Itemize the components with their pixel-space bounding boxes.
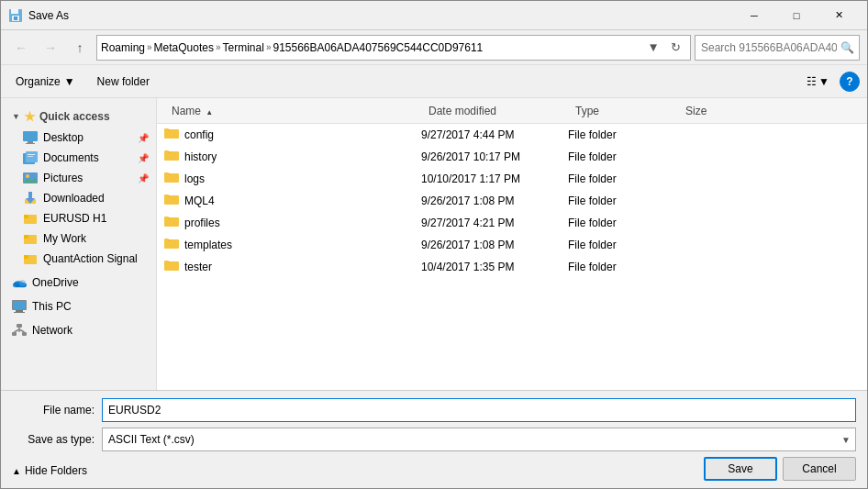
- view-arrow: ▼: [818, 75, 829, 88]
- file-date-cell: 10/4/2017 1:35 PM: [421, 261, 568, 273]
- table-row[interactable]: logs 10/10/2017 1:17 PM File folder: [157, 168, 867, 190]
- onedrive-icon: [12, 275, 27, 290]
- svg-rect-48: [164, 194, 169, 197]
- maximize-button[interactable]: □: [775, 3, 818, 28]
- svg-rect-6: [26, 143, 35, 144]
- file-name-text: MQL4: [184, 194, 215, 207]
- savetype-select[interactable]: ASCII Text (*.csv) CSV (*.csv) All Files…: [102, 428, 856, 451]
- sidebar-item-eurusd[interactable]: EURUSD H1: [1, 208, 156, 228]
- mywork-label: My Work: [43, 232, 86, 245]
- svg-point-12: [26, 174, 29, 178]
- mywork-icon: [23, 231, 38, 246]
- quick-access-header[interactable]: ▼ ★ Quick access: [1, 106, 156, 128]
- svg-rect-5: [28, 141, 33, 143]
- title-bar-title: Save As: [28, 9, 69, 22]
- toolbar: Organize ▼ New folder ☷ ▼ ?: [1, 65, 867, 98]
- view-button[interactable]: ☷ ▼: [800, 72, 836, 91]
- up-button[interactable]: ↑: [67, 35, 93, 61]
- organize-button[interactable]: Organize ▼: [8, 72, 83, 92]
- thispc-icon: [12, 299, 27, 314]
- sidebar-item-pictures[interactable]: Pictures 📌: [1, 168, 156, 188]
- table-row[interactable]: profiles 9/27/2017 4:21 PM File folder: [157, 212, 867, 234]
- minimize-button[interactable]: ─: [733, 3, 775, 28]
- svg-rect-45: [164, 172, 169, 175]
- quick-access-label: Quick access: [39, 110, 110, 123]
- folder-icon: [164, 259, 179, 274]
- cancel-button[interactable]: Cancel: [783, 457, 856, 481]
- network-section: Network: [1, 320, 156, 340]
- folder-icon: [164, 193, 179, 208]
- help-button[interactable]: ?: [840, 72, 860, 92]
- breadcrumb-metaquotes[interactable]: MetaQuotes: [154, 41, 214, 54]
- folder-icon: [164, 127, 179, 142]
- col-header-name[interactable]: Name ▲: [164, 101, 421, 121]
- svg-rect-22: [24, 255, 28, 259]
- breadcrumb: Roaming » MetaQuotes » Terminal » 915566…: [101, 41, 642, 54]
- file-name-text: config: [184, 128, 214, 141]
- file-date-cell: 9/26/2017 1:08 PM: [421, 194, 568, 207]
- refresh-button[interactable]: ↻: [664, 37, 686, 59]
- sidebar-item-quantaction[interactable]: QuantAction Signal: [1, 249, 156, 269]
- svg-rect-10: [28, 156, 33, 157]
- file-name-text: tester: [184, 261, 212, 273]
- file-date-cell: 9/26/2017 1:08 PM: [421, 239, 568, 251]
- organize-arrow: ▼: [64, 75, 75, 88]
- sidebar-item-thispc[interactable]: This PC: [1, 296, 156, 317]
- hide-folders-button[interactable]: ▲ Hide Folders: [12, 462, 87, 479]
- file-name-cell: history: [164, 149, 421, 164]
- desktop-label: Desktop: [43, 131, 83, 144]
- folder-icon: [164, 237, 179, 252]
- quick-access-section: ▼ ★ Quick access Desktop 📌 Documents: [1, 106, 156, 269]
- network-label: Network: [32, 324, 72, 337]
- breadcrumb-id[interactable]: 915566BA06ADA407569C544CC0D97611: [273, 41, 483, 54]
- table-row[interactable]: history 9/26/2017 10:17 PM File folder: [157, 146, 867, 168]
- main-content: ▼ ★ Quick access Desktop 📌 Documents: [1, 98, 867, 390]
- back-button[interactable]: ←: [8, 35, 34, 61]
- bottom-buttons: ▲ Hide Folders Save Cancel: [12, 457, 856, 481]
- table-row[interactable]: templates 9/26/2017 1:08 PM File folder: [157, 234, 867, 256]
- table-row[interactable]: tester 10/4/2017 1:35 PM File folder: [157, 256, 867, 278]
- documents-label: Documents: [43, 151, 99, 164]
- save-button[interactable]: Save: [704, 457, 777, 481]
- breadcrumb-terminal[interactable]: Terminal: [223, 41, 264, 54]
- svg-rect-28: [13, 301, 26, 309]
- onedrive-section: OneDrive: [1, 272, 156, 293]
- close-button[interactable]: ✕: [818, 3, 860, 28]
- file-date-cell: 9/27/2017 4:44 PM: [421, 128, 568, 141]
- view-icon: ☷: [807, 75, 817, 88]
- network-icon: [12, 323, 27, 338]
- table-row[interactable]: MQL4 9/26/2017 1:08 PM File folder: [157, 190, 867, 212]
- file-type-cell: File folder: [568, 150, 678, 163]
- sidebar-item-mywork[interactable]: My Work: [1, 228, 156, 249]
- sidebar-item-network[interactable]: Network: [1, 320, 156, 340]
- sidebar-item-desktop[interactable]: Desktop 📌: [1, 128, 156, 148]
- forward-button[interactable]: →: [38, 35, 63, 61]
- file-name-text: logs: [184, 172, 205, 185]
- filename-row: File name:: [12, 398, 856, 422]
- sort-indicator: ▲: [206, 108, 213, 117]
- table-row[interactable]: config 9/27/2017 4:44 PM File folder: [157, 124, 867, 146]
- quantaction-icon: [23, 251, 38, 266]
- thispc-section: This PC: [1, 296, 156, 317]
- folder-icon: [164, 149, 179, 164]
- desktop-pin-icon: 📌: [138, 133, 149, 143]
- filename-input[interactable]: [102, 398, 856, 422]
- file-name-text: templates: [184, 239, 232, 251]
- new-folder-button[interactable]: New folder: [90, 72, 157, 92]
- sidebar-item-onedrive[interactable]: OneDrive: [1, 272, 156, 293]
- sidebar-item-documents[interactable]: Documents 📌: [1, 148, 156, 168]
- search-input[interactable]: [695, 35, 860, 61]
- documents-pin-icon: 📌: [138, 153, 149, 163]
- file-type-cell: File folder: [568, 217, 678, 229]
- col-header-type[interactable]: Type: [568, 101, 678, 121]
- savetype-wrapper: ASCII Text (*.csv) CSV (*.csv) All Files…: [102, 428, 856, 451]
- sidebar-item-downloaded[interactable]: Downloaded: [1, 188, 156, 208]
- col-header-date[interactable]: Date modified: [421, 101, 568, 121]
- quick-access-arrow: ▼: [12, 112, 20, 121]
- title-bar: Save As ─ □ ✕: [1, 1, 867, 30]
- address-dropdown-button[interactable]: ▼: [646, 36, 661, 60]
- col-header-size[interactable]: Size: [678, 101, 751, 121]
- svg-rect-1: [11, 9, 18, 14]
- breadcrumb-roaming[interactable]: Roaming: [101, 41, 145, 54]
- svg-rect-31: [17, 324, 22, 328]
